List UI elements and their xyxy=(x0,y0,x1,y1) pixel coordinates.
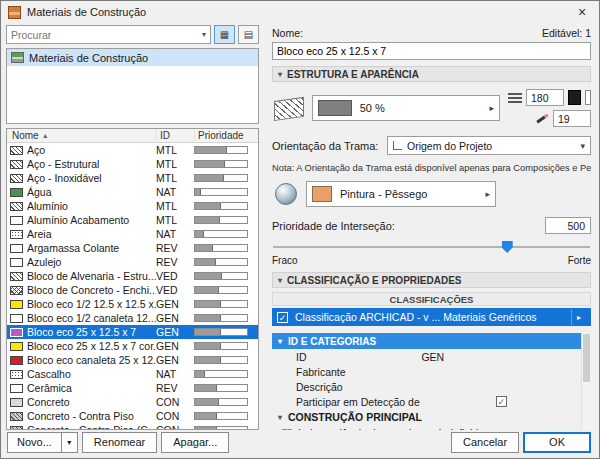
left-panel: ▾ ▦ ▤ Materiais de Construção Nome ▲ ID xyxy=(1,23,263,430)
material-row[interactable]: Cerâmica REV xyxy=(7,381,258,395)
search-input[interactable] xyxy=(11,29,202,41)
fill-pattern-picker[interactable]: 50 % ▸ xyxy=(312,95,500,121)
column-priority[interactable]: Prioridade xyxy=(194,130,258,141)
material-swatch xyxy=(10,286,23,295)
priority-slider-handle[interactable] xyxy=(502,241,513,253)
right-panel: Nome: Editável: 1 ▾ ESTRUTURA E APARÊNCI… xyxy=(263,23,599,430)
material-name: Água xyxy=(27,186,156,198)
delete-button[interactable]: Apagar... xyxy=(161,432,229,453)
priority-slider[interactable] xyxy=(272,240,591,253)
materials-dialog: Materiais de Construção × ▾ ▦ ▤ Materiai… xyxy=(0,0,600,459)
search-box[interactable]: ▾ xyxy=(6,25,211,44)
close-icon[interactable]: × xyxy=(567,2,597,22)
prop-row-participar[interactable]: Participar em Detecção de ... ✓ xyxy=(272,394,581,409)
material-name: Cascalho xyxy=(27,368,156,380)
material-row[interactable]: Concreto - Contra Piso (C... CON xyxy=(7,423,258,429)
properties-area: ▾ ID E CATEGORIAS ID GEN Fabricante Desc… xyxy=(272,333,591,430)
foreground-pen-row: 180 xyxy=(508,89,591,106)
material-row[interactable]: Aço - Inoxidável MTL xyxy=(7,171,258,185)
material-row[interactable]: Argamassa Colante REV xyxy=(7,241,258,255)
cut-fill-icon xyxy=(274,97,304,121)
material-row[interactable]: Concreto - Contra Piso CON xyxy=(7,409,258,423)
section-id-categories[interactable]: ▾ ID E CATEGORIAS xyxy=(272,333,581,349)
prop-row-descricao[interactable]: Descrição xyxy=(272,379,581,394)
material-row[interactable]: Bloco eco 1/2 12.5 x 12.5 x... GEN xyxy=(7,297,258,311)
prop-row-fabricante[interactable]: Fabricante xyxy=(272,364,581,379)
classification-checkbox[interactable]: ✓ xyxy=(277,312,288,323)
foreground-pen-chip[interactable] xyxy=(568,90,581,105)
classification-expand-button[interactable]: ▸ xyxy=(571,309,586,325)
classification-row[interactable]: ✓ Classificação ARCHICAD - v ... Materia… xyxy=(272,308,591,326)
material-row[interactable]: Azulejo REV xyxy=(7,255,258,269)
material-id: CON xyxy=(156,410,194,422)
priority-bar xyxy=(194,230,248,238)
material-name: Bloco de Concreto - Enchi... xyxy=(27,284,156,296)
column-name[interactable]: Nome ▲ xyxy=(7,130,156,141)
fill-percent: 50 % xyxy=(360,102,385,114)
priority-bar xyxy=(194,244,248,252)
list-view-button[interactable]: ▤ xyxy=(238,25,259,44)
surface-picker[interactable]: Pintura - Pêssego ▸ xyxy=(306,181,496,207)
new-dropdown-button[interactable]: ▾ xyxy=(61,432,78,453)
foreground-pen-field[interactable]: 180 xyxy=(526,89,564,106)
prop-row-id[interactable]: ID GEN xyxy=(272,349,581,364)
fill-row: 50 % ▸ 180 19 xyxy=(272,89,591,127)
cancel-button[interactable]: Cancelar xyxy=(451,432,519,453)
tree-view-icon: ▦ xyxy=(220,29,229,40)
priority-label: Prioridade de Interseção: xyxy=(272,220,395,232)
material-swatch xyxy=(10,412,23,421)
material-row[interactable]: Bloco eco 1/2 canaleta 12... GEN xyxy=(7,311,258,325)
priority-bar xyxy=(194,356,248,364)
material-priority xyxy=(194,370,258,378)
properties-scrollbar[interactable] xyxy=(581,333,591,430)
material-swatch xyxy=(10,328,23,337)
material-row[interactable]: Bloco eco canaleta 25 x 12... GEN xyxy=(7,353,258,367)
priority-bar xyxy=(194,370,248,378)
material-row[interactable]: Bloco de Alvenaria - Estru... VED xyxy=(7,269,258,283)
classifications-header: CLASSIFICAÇÕES xyxy=(272,292,591,306)
material-row[interactable]: Água NAT xyxy=(7,185,258,199)
properties-list: ▾ ID E CATEGORIAS ID GEN Fabricante Desc… xyxy=(272,333,581,430)
slider-labels: Fraco Forte xyxy=(272,255,591,266)
material-priority xyxy=(194,398,258,406)
material-row[interactable]: Concreto CON xyxy=(7,395,258,409)
material-id: NAT xyxy=(156,228,194,240)
background-pen-chip[interactable] xyxy=(585,90,591,105)
search-chevron-icon[interactable]: ▾ xyxy=(202,30,206,39)
ok-button[interactable]: OK xyxy=(523,432,591,453)
section-structure-appearance[interactable]: ▾ ESTRUTURA E APARÊNCIA xyxy=(272,66,591,82)
chevron-right-icon: ▸ xyxy=(489,103,494,113)
rename-button[interactable]: Renomear xyxy=(82,432,157,453)
material-row[interactable]: Aço MTL xyxy=(7,143,258,157)
material-row[interactable]: Bloco eco 25 x 12.5 x 7 cor... GEN xyxy=(7,339,258,353)
material-row[interactable]: Cascalho NAT xyxy=(7,367,258,381)
surface-swatch xyxy=(312,186,332,202)
material-row[interactable]: Alumínio Acabamento MTL xyxy=(7,213,258,227)
new-button[interactable]: Novo... xyxy=(7,432,61,453)
background-pen-field[interactable]: 19 xyxy=(553,110,591,127)
titlebar: Materiais de Construção × xyxy=(1,1,599,23)
priority-bar xyxy=(194,160,248,168)
tree-root-item[interactable]: Materiais de Construção xyxy=(7,49,258,66)
priority-bar xyxy=(194,342,248,350)
material-row[interactable]: Bloco eco 25 x 12.5 x 7 GEN xyxy=(7,325,258,339)
priority-bar xyxy=(194,188,248,196)
material-swatch xyxy=(10,216,23,225)
scrollbar-thumb[interactable] xyxy=(583,334,590,382)
tree-view-button[interactable]: ▦ xyxy=(214,25,235,44)
material-row[interactable]: Alumínio MTL xyxy=(7,199,258,213)
priority-value-field[interactable]: 500 xyxy=(545,217,591,234)
material-row[interactable]: Bloco de Concreto - Enchi... VED xyxy=(7,283,258,297)
folder-tree: Materiais de Construção xyxy=(6,48,259,124)
material-priority xyxy=(194,286,258,294)
material-name-input[interactable] xyxy=(272,42,591,60)
orientation-label: Orientação da Trama: xyxy=(272,140,378,152)
collision-detection-checkbox[interactable]: ✓ xyxy=(496,396,507,407)
material-row[interactable]: Areia NAT xyxy=(7,227,258,241)
group-construcao-principal[interactable]: ▾ CONSTRUÇÃO PRINCIPAL xyxy=(272,409,581,425)
table-header: Nome ▲ ID Prioridade xyxy=(7,129,258,143)
orientation-dropdown[interactable]: Origem do Projeto ▾ xyxy=(387,136,591,155)
material-row[interactable]: Aço - Estrutural MTL xyxy=(7,157,258,171)
section-classification-properties[interactable]: ▾ CLASSIFICAÇÃO E PROPRIEDADES xyxy=(272,272,591,288)
column-id[interactable]: ID xyxy=(156,130,194,141)
